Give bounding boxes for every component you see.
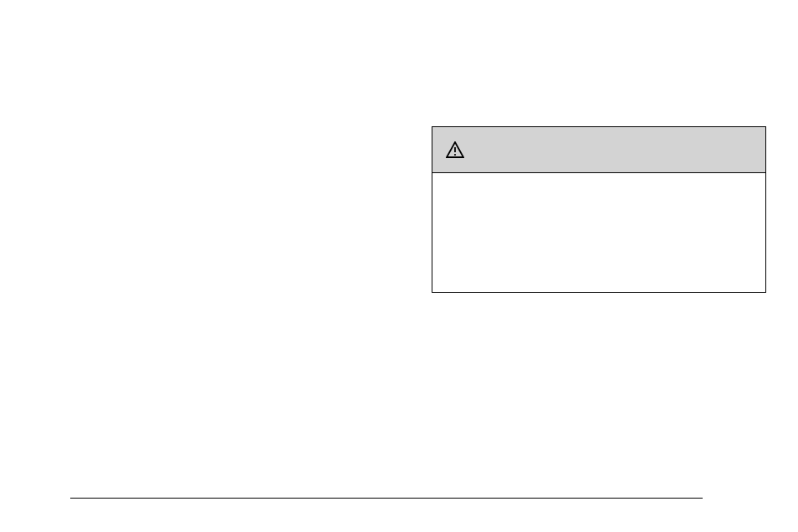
warning-callout-box [432, 126, 766, 293]
page-divider [70, 498, 703, 499]
warning-header [432, 127, 765, 173]
svg-point-1 [454, 154, 456, 156]
warning-triangle-icon [446, 141, 464, 158]
warning-body [432, 173, 765, 292]
